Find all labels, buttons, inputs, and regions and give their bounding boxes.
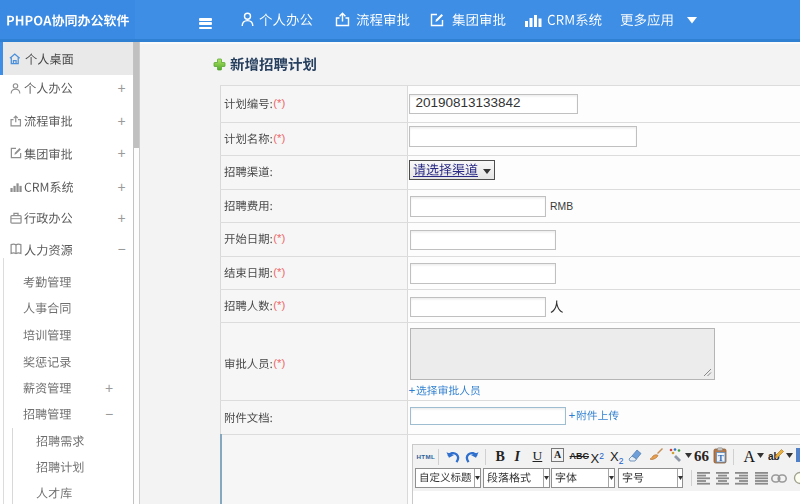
svg-text:T: T — [718, 452, 724, 462]
